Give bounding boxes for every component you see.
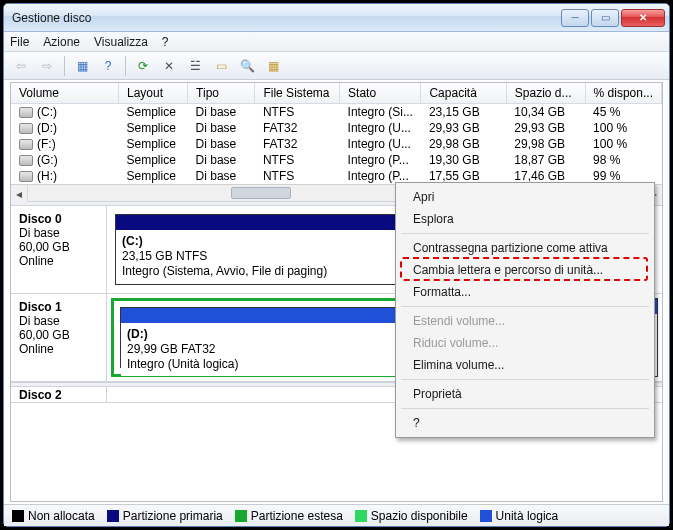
ctx-explore[interactable]: Esplora [399,208,651,230]
menu-view[interactable]: Visualizza [94,35,148,49]
menu-help[interactable]: ? [162,35,169,49]
col-fs[interactable]: File Sistema [255,83,340,104]
volume-icon [19,139,33,150]
col-stato[interactable]: Stato [340,83,421,104]
ctx-delete[interactable]: Elimina volume... [399,354,651,376]
legend: Non allocata Partizione primaria Partizi… [4,504,669,526]
properties-icon[interactable]: ☱ [184,55,206,77]
back-icon: ⇦ [10,55,32,77]
ctx-help[interactable]: ? [399,412,651,434]
volume-table: Volume Layout Tipo File Sistema Stato Ca… [11,83,662,184]
maximize-button[interactable]: ▭ [591,9,619,27]
titlebar[interactable]: Gestione disco ─ ▭ ✕ [4,4,669,32]
volume-icon [19,123,33,134]
disk-0-header[interactable]: Disco 0 Di base 60,00 GB Online [11,206,107,293]
volume-icon [19,171,33,182]
forward-icon: ⇨ [36,55,58,77]
context-menu: Apri Esplora Contrassegna partizione com… [395,182,655,438]
table-row[interactable]: (F:)SempliceDi baseFAT32Integro (U...29,… [11,136,662,152]
ctx-format[interactable]: Formatta... [399,281,651,303]
ctx-change-letter[interactable]: Cambia lettera e percorso di unità... [399,259,651,281]
minimize-button[interactable]: ─ [561,9,589,27]
ctx-extend: Estendi volume... [399,310,651,332]
volume-icon [19,155,33,166]
col-pct[interactable]: % dispon... [585,83,661,104]
col-layout[interactable]: Layout [119,83,188,104]
refresh-icon[interactable]: ⟳ [132,55,154,77]
menu-action[interactable]: Azione [43,35,80,49]
close-button[interactable]: ✕ [621,9,665,27]
window-title: Gestione disco [12,11,561,25]
menubar: File Azione Visualizza ? [4,32,669,52]
ctx-mark-active[interactable]: Contrassegna partizione come attiva [399,237,651,259]
table-row[interactable]: (G:)SempliceDi baseNTFSIntegro (P...19,3… [11,152,662,168]
menu-file[interactable]: File [10,35,29,49]
scroll-left-icon[interactable]: ◂ [11,185,28,202]
table-row[interactable]: (D:)SempliceDi baseFAT32Integro (U...29,… [11,120,662,136]
help-icon[interactable]: ? [97,55,119,77]
disk-1-header[interactable]: Disco 1 Di base 60,00 GB Online [11,294,107,381]
view-icon[interactable]: ▦ [71,55,93,77]
toolbar: ⇦ ⇨ ▦ ? ⟳ ✕ ☱ ▭ 🔍 ▦ [4,52,669,80]
ctx-open[interactable]: Apri [399,186,651,208]
folder-icon[interactable]: ▭ [210,55,232,77]
ctx-shrink: Riduci volume... [399,332,651,354]
search-icon[interactable]: 🔍 [236,55,258,77]
action-icon[interactable]: ▦ [262,55,284,77]
table-header-row[interactable]: Volume Layout Tipo File Sistema Stato Ca… [11,83,662,104]
partition-c[interactable]: (C:) 23,15 GB NTFS Integro (Sistema, Avv… [115,214,404,285]
col-volume[interactable]: Volume [11,83,119,104]
volume-icon [19,107,33,118]
col-spazio[interactable]: Spazio d... [506,83,585,104]
delete-icon[interactable]: ✕ [158,55,180,77]
table-row[interactable]: (C:)SempliceDi baseNTFSIntegro (Si...23,… [11,104,662,121]
col-tipo[interactable]: Tipo [188,83,255,104]
scroll-thumb[interactable] [231,187,291,199]
ctx-properties[interactable]: Proprietà [399,383,651,405]
col-cap[interactable]: Capacità [421,83,506,104]
